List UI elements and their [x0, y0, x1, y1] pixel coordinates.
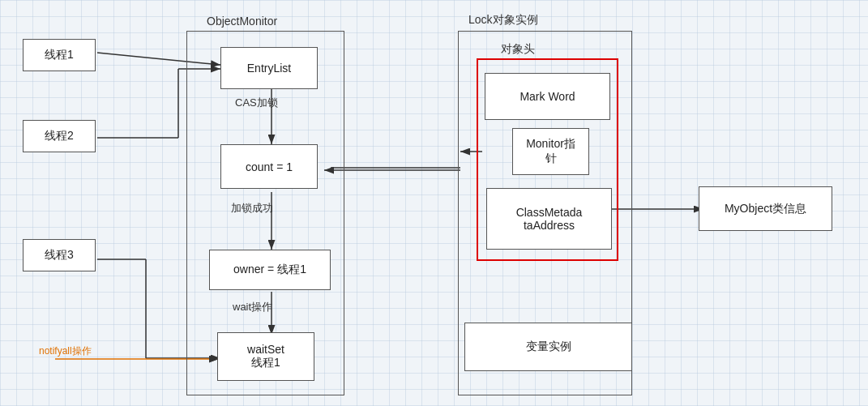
- entry-list-label: EntryList: [247, 62, 291, 75]
- thread1-label: 线程1: [45, 48, 74, 62]
- thread2-label: 线程2: [45, 129, 74, 143]
- my-object-box: MyObject类信息: [699, 186, 832, 231]
- notify-all-label: notifyall操作: [39, 344, 92, 358]
- wait-set-label: waitSet线程1: [247, 343, 284, 370]
- count-label: count = 1: [246, 160, 293, 173]
- entry-list-box: EntryList: [220, 47, 318, 89]
- class-metadata-box: ClassMetadataAddress: [486, 188, 612, 250]
- my-object-label: MyObject类信息: [725, 202, 806, 216]
- count-box: count = 1: [220, 144, 318, 189]
- owner-label: owner = 线程1: [233, 263, 306, 277]
- thread3-label: 线程3: [45, 248, 74, 263]
- class-metadata-label: ClassMetadataAddress: [516, 206, 583, 232]
- instance-vars-label: 变量实例: [526, 340, 571, 354]
- owner-box: owner = 线程1: [209, 250, 331, 290]
- mark-word-box: Mark Word: [485, 73, 610, 120]
- thread3-box: 线程3: [23, 239, 96, 271]
- object-header-label: 对象头: [501, 42, 535, 57]
- wait-set-box: waitSet线程1: [217, 332, 314, 381]
- diagram: 线程1 线程2 线程3 ObjectMonitor EntryList CAS加…: [0, 0, 868, 406]
- monitor-ptr-label: Monitor指针: [526, 137, 575, 166]
- cas-lock-label: CAS加锁: [235, 96, 278, 110]
- thread2-box: 线程2: [23, 120, 96, 152]
- wait-op-label: wait操作: [233, 300, 272, 314]
- monitor-ptr-box: Monitor指针: [512, 128, 589, 175]
- object-monitor-label: ObjectMonitor: [207, 15, 277, 28]
- thread1-box: 线程1: [23, 39, 96, 71]
- lock-success-label: 加锁成功: [231, 201, 273, 216]
- instance-vars-box: 变量实例: [464, 323, 632, 371]
- lock-object-label: Lock对象实例: [468, 13, 538, 28]
- mark-word-label: Mark Word: [520, 90, 575, 103]
